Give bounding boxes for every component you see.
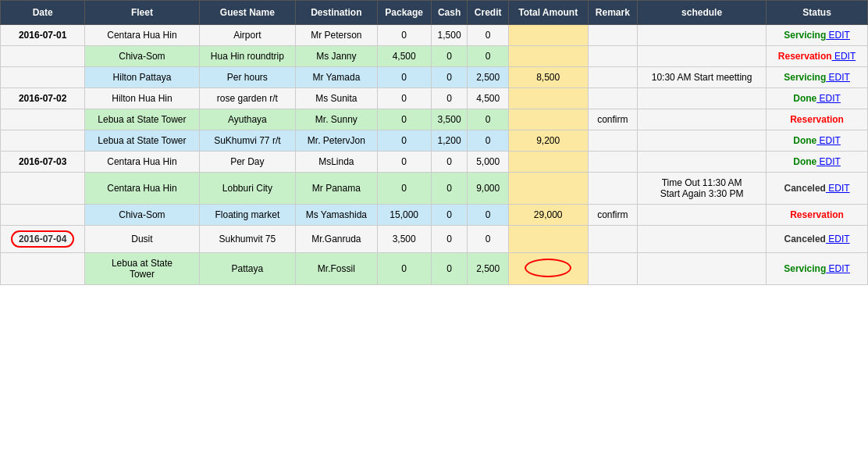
credit-cell: 0 [468,109,508,130]
schedule-cell [638,88,767,109]
status-badge: Servicing [784,72,826,83]
table-row: Chiva-SomFloating marketMs Yamashida15,0… [1,205,868,226]
table-row: 2016-07-01Centara Hua HinAirportMr Peter… [1,25,868,46]
credit-cell: 2,500 [468,253,508,285]
credit-cell: 0 [468,46,508,67]
table-row: Lebua at State TowerSuKhumvi 77 r/tMr. P… [1,130,868,152]
fleet-cell: Hilton Pattaya [85,67,199,88]
package-cell: 0 [377,88,431,109]
edit-button[interactable]: EDIT [816,93,841,104]
package-cell: 0 [377,109,431,130]
edit-button[interactable]: EDIT [816,156,841,167]
edit-button[interactable]: EDIT [826,183,850,194]
date-cell [1,205,85,226]
credit-cell: 2,500 [468,67,508,88]
cash-cell: 0 [431,205,468,226]
schedule-cell [638,152,767,173]
status-badge: Reservation [790,209,844,220]
status-badge: Done [793,156,816,167]
status-badge: Canceled [784,234,826,244]
total-amount-cell: 9,200 [508,130,588,152]
edit-button[interactable]: EDIT [826,30,850,41]
edit-button[interactable]: EDIT [816,135,841,146]
schedule-cell [638,226,767,253]
total-amount-cell [508,109,588,130]
destination-cell: Lobburi City [199,173,295,205]
edit-button[interactable]: EDIT [826,72,850,83]
status-cell: Servicing EDIT [767,253,868,285]
fleet-cell: Chiva-Som [85,46,199,67]
schedule-cell: 10:30 AM Start meetting [638,67,767,88]
col-header-schedule: schedule [638,1,767,25]
fleet-cell: Chiva-Som [85,205,199,226]
table-row: Lebua at State TowerAyuthayaMr. Sunny03,… [1,109,868,130]
status-badge: Reservation [790,114,844,125]
status-cell: Canceled EDIT [767,173,868,205]
col-header-cash: Cash [431,1,468,25]
total-amount-cell: 8,500 [508,67,588,88]
status-badge: Canceled [784,183,826,194]
package-cell: 4,500 [377,46,431,67]
credit-cell: 4,500 [468,88,508,109]
schedule-cell [638,205,767,226]
col-header-remark: Remark [588,1,638,25]
main-table: DateFleetGuest NameDestinationPackageCas… [0,0,868,285]
status-badge: Done [793,93,816,104]
remark-cell [588,88,638,109]
cash-cell: 0 [431,88,468,109]
date-cell: 2016-07-03 [1,152,85,173]
col-header-date: Date [1,1,85,25]
guest-cell: Ms Janny [296,46,378,67]
table-row: Hilton PattayaPer hoursMr Yamada002,5008… [1,67,868,88]
cash-cell: 0 [431,46,468,67]
status-badge: Done [793,135,816,146]
credit-cell: 0 [468,25,508,46]
destination-cell: Ayuthaya [199,109,295,130]
destination-cell: Airport [199,25,295,46]
remark-cell [588,67,638,88]
status-badge: Servicing [784,263,826,274]
col-header-status: Status [767,1,868,25]
guest-cell: Mr.Fossil [296,253,378,285]
fleet-cell: Lebua at State Tower [85,253,199,285]
schedule-cell [638,109,767,130]
cash-cell: 0 [431,226,468,253]
date-cell [1,67,85,88]
destination-cell: Pattaya [199,253,295,285]
col-header-credit: Credit [468,1,508,25]
edit-button[interactable]: EDIT [826,234,850,244]
destination-cell: Floating market [199,205,295,226]
table-row: Lebua at State TowerPattayaMr.Fossil002,… [1,253,868,285]
remark-cell [588,25,638,46]
cash-cell: 0 [431,253,468,285]
total-circle [525,259,571,277]
guest-cell: Mr. Sunny [296,109,378,130]
remark-cell: confirm [588,109,638,130]
remark-cell [588,46,638,67]
total-amount-cell [508,88,588,109]
cash-cell: 0 [431,152,468,173]
status-cell: Reservation [767,205,868,226]
edit-button[interactable]: EDIT [832,51,856,62]
date-cell [1,173,85,205]
package-cell: 0 [377,253,431,285]
credit-cell: 5,000 [468,152,508,173]
destination-cell: rose garden r/t [199,88,295,109]
status-cell: Servicing EDIT [767,67,868,88]
guest-cell: Ms Sunita [296,88,378,109]
table-row: 2016-07-03Centara Hua HinPer DayMsLinda0… [1,152,868,173]
col-header-destination: Destination [296,1,378,25]
package-cell: 0 [377,173,431,205]
date-cell [1,109,85,130]
destination-cell: Per hours [199,67,295,88]
destination-cell: Hua Hin roundtrip [199,46,295,67]
remark-cell [588,130,638,152]
edit-button[interactable]: EDIT [826,263,850,274]
fleet-cell: Centara Hua Hin [85,25,199,46]
status-cell: Canceled EDIT [767,226,868,253]
total-amount-cell: 29,000 [508,205,588,226]
remark-cell [588,173,638,205]
guest-cell: Mr Panama [296,173,378,205]
package-cell: 0 [377,67,431,88]
total-amount-cell [508,253,588,285]
